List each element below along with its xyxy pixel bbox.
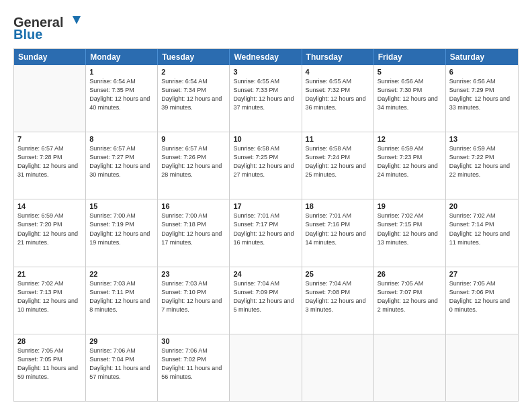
header-cell-thursday: Thursday bbox=[302, 49, 374, 65]
calendar-cell bbox=[230, 334, 302, 401]
calendar-cell: 11Sunrise: 6:58 AM Sunset: 7:24 PM Dayli… bbox=[302, 132, 374, 199]
calendar-cell: 19Sunrise: 7:02 AM Sunset: 7:15 PM Dayli… bbox=[374, 199, 446, 266]
calendar-week-1: 7Sunrise: 6:57 AM Sunset: 7:28 PM Daylig… bbox=[14, 132, 518, 199]
cell-info: Sunrise: 6:56 AM Sunset: 7:30 PM Dayligh… bbox=[378, 77, 442, 112]
calendar-cell: 5Sunrise: 6:56 AM Sunset: 7:30 PM Daylig… bbox=[374, 65, 446, 132]
day-number: 20 bbox=[449, 202, 515, 210]
cell-info: Sunrise: 6:57 AM Sunset: 7:27 PM Dayligh… bbox=[89, 144, 154, 179]
cell-info: Sunrise: 7:00 AM Sunset: 7:18 PM Dayligh… bbox=[161, 212, 226, 246]
calendar-cell bbox=[374, 334, 446, 401]
calendar-cell: 3Sunrise: 6:55 AM Sunset: 7:33 PM Daylig… bbox=[230, 65, 302, 132]
day-number: 14 bbox=[17, 202, 82, 210]
header-cell-monday: Monday bbox=[86, 49, 158, 65]
cell-info: Sunrise: 6:54 AM Sunset: 7:34 PM Dayligh… bbox=[161, 77, 226, 112]
header: General Blue bbox=[13, 12, 519, 42]
calendar-cell bbox=[446, 334, 518, 401]
cell-info: Sunrise: 6:57 AM Sunset: 7:28 PM Dayligh… bbox=[17, 144, 82, 179]
svg-marker-1 bbox=[73, 16, 81, 24]
svg-text:Blue: Blue bbox=[13, 27, 42, 42]
calendar-cell: 18Sunrise: 7:01 AM Sunset: 7:16 PM Dayli… bbox=[302, 199, 374, 266]
header-cell-wednesday: Wednesday bbox=[230, 49, 302, 65]
calendar-header: SundayMondayTuesdayWednesdayThursdayFrid… bbox=[14, 49, 518, 65]
day-number: 13 bbox=[449, 135, 515, 143]
cell-info: Sunrise: 7:06 AM Sunset: 7:02 PM Dayligh… bbox=[161, 347, 226, 381]
calendar: SundayMondayTuesdayWednesdayThursdayFrid… bbox=[13, 48, 519, 402]
calendar-cell: 25Sunrise: 7:04 AM Sunset: 7:08 PM Dayli… bbox=[302, 267, 374, 334]
calendar-cell: 28Sunrise: 7:05 AM Sunset: 7:05 PM Dayli… bbox=[14, 334, 86, 401]
day-number: 16 bbox=[161, 202, 226, 210]
calendar-cell: 30Sunrise: 7:06 AM Sunset: 7:02 PM Dayli… bbox=[158, 334, 230, 401]
day-number: 10 bbox=[233, 135, 298, 143]
day-number: 11 bbox=[306, 135, 370, 143]
cell-info: Sunrise: 7:04 AM Sunset: 7:08 PM Dayligh… bbox=[306, 279, 370, 314]
calendar-week-0: 1Sunrise: 6:54 AM Sunset: 7:35 PM Daylig… bbox=[14, 65, 518, 132]
day-number: 24 bbox=[233, 270, 298, 278]
day-number: 12 bbox=[378, 135, 442, 143]
cell-info: Sunrise: 6:59 AM Sunset: 7:23 PM Dayligh… bbox=[378, 144, 442, 179]
day-number: 22 bbox=[89, 270, 154, 278]
header-cell-saturday: Saturday bbox=[446, 49, 518, 65]
cell-info: Sunrise: 6:57 AM Sunset: 7:26 PM Dayligh… bbox=[161, 144, 226, 179]
day-number: 2 bbox=[161, 68, 226, 76]
calendar-cell: 24Sunrise: 7:04 AM Sunset: 7:09 PM Dayli… bbox=[230, 267, 302, 334]
cell-info: Sunrise: 6:58 AM Sunset: 7:25 PM Dayligh… bbox=[233, 144, 298, 179]
header-cell-tuesday: Tuesday bbox=[158, 49, 230, 65]
day-number: 4 bbox=[306, 68, 370, 76]
cell-info: Sunrise: 6:54 AM Sunset: 7:35 PM Dayligh… bbox=[89, 77, 154, 112]
day-number: 9 bbox=[161, 135, 226, 143]
day-number: 25 bbox=[306, 270, 370, 278]
calendar-cell: 1Sunrise: 6:54 AM Sunset: 7:35 PM Daylig… bbox=[86, 65, 158, 132]
header-cell-sunday: Sunday bbox=[14, 49, 86, 65]
calendar-week-2: 14Sunrise: 6:59 AM Sunset: 7:20 PM Dayli… bbox=[14, 199, 518, 266]
cell-info: Sunrise: 7:04 AM Sunset: 7:09 PM Dayligh… bbox=[233, 279, 298, 314]
day-number: 29 bbox=[89, 337, 154, 345]
calendar-cell: 10Sunrise: 6:58 AM Sunset: 7:25 PM Dayli… bbox=[230, 132, 302, 199]
cell-info: Sunrise: 6:59 AM Sunset: 7:22 PM Dayligh… bbox=[449, 144, 515, 179]
calendar-body: 1Sunrise: 6:54 AM Sunset: 7:35 PM Daylig… bbox=[14, 65, 518, 401]
day-number: 21 bbox=[17, 270, 82, 278]
calendar-cell: 29Sunrise: 7:06 AM Sunset: 7:04 PM Dayli… bbox=[86, 334, 158, 401]
cell-info: Sunrise: 7:05 AM Sunset: 7:05 PM Dayligh… bbox=[17, 347, 82, 381]
day-number: 5 bbox=[378, 68, 442, 76]
calendar-cell: 27Sunrise: 7:05 AM Sunset: 7:06 PM Dayli… bbox=[446, 267, 518, 334]
day-number: 30 bbox=[161, 337, 226, 345]
calendar-cell: 9Sunrise: 6:57 AM Sunset: 7:26 PM Daylig… bbox=[158, 132, 230, 199]
cell-info: Sunrise: 7:05 AM Sunset: 7:07 PM Dayligh… bbox=[378, 279, 442, 314]
cell-info: Sunrise: 6:55 AM Sunset: 7:33 PM Dayligh… bbox=[233, 77, 298, 112]
calendar-cell bbox=[302, 334, 374, 401]
cell-info: Sunrise: 7:03 AM Sunset: 7:11 PM Dayligh… bbox=[89, 279, 154, 314]
cell-info: Sunrise: 7:03 AM Sunset: 7:10 PM Dayligh… bbox=[161, 279, 226, 314]
cell-info: Sunrise: 7:06 AM Sunset: 7:04 PM Dayligh… bbox=[89, 347, 154, 381]
cell-info: Sunrise: 7:02 AM Sunset: 7:13 PM Dayligh… bbox=[17, 279, 82, 314]
day-number: 6 bbox=[449, 68, 515, 76]
cell-info: Sunrise: 7:00 AM Sunset: 7:19 PM Dayligh… bbox=[89, 212, 154, 246]
calendar-cell: 2Sunrise: 6:54 AM Sunset: 7:34 PM Daylig… bbox=[158, 65, 230, 132]
calendar-cell: 23Sunrise: 7:03 AM Sunset: 7:10 PM Dayli… bbox=[158, 267, 230, 334]
day-number: 8 bbox=[89, 135, 154, 143]
calendar-cell: 8Sunrise: 6:57 AM Sunset: 7:27 PM Daylig… bbox=[86, 132, 158, 199]
cell-info: Sunrise: 7:02 AM Sunset: 7:14 PM Dayligh… bbox=[449, 212, 515, 246]
logo-icon: General Blue bbox=[13, 12, 87, 42]
page: General Blue SundayMondayTuesdayWednesda… bbox=[0, 0, 532, 411]
header-cell-friday: Friday bbox=[374, 49, 446, 65]
calendar-cell: 15Sunrise: 7:00 AM Sunset: 7:19 PM Dayli… bbox=[86, 199, 158, 266]
day-number: 3 bbox=[233, 68, 298, 76]
calendar-week-4: 28Sunrise: 7:05 AM Sunset: 7:05 PM Dayli… bbox=[14, 334, 518, 401]
day-number: 19 bbox=[378, 202, 442, 210]
day-number: 28 bbox=[17, 337, 82, 345]
logo: General Blue bbox=[13, 12, 87, 42]
calendar-cell: 4Sunrise: 6:55 AM Sunset: 7:32 PM Daylig… bbox=[302, 65, 374, 132]
calendar-cell: 20Sunrise: 7:02 AM Sunset: 7:14 PM Dayli… bbox=[446, 199, 518, 266]
calendar-cell bbox=[14, 65, 86, 132]
calendar-cell: 12Sunrise: 6:59 AM Sunset: 7:23 PM Dayli… bbox=[374, 132, 446, 199]
calendar-cell: 21Sunrise: 7:02 AM Sunset: 7:13 PM Dayli… bbox=[14, 267, 86, 334]
calendar-cell: 7Sunrise: 6:57 AM Sunset: 7:28 PM Daylig… bbox=[14, 132, 86, 199]
day-number: 1 bbox=[89, 68, 154, 76]
cell-info: Sunrise: 6:56 AM Sunset: 7:29 PM Dayligh… bbox=[449, 77, 515, 112]
calendar-cell: 13Sunrise: 6:59 AM Sunset: 7:22 PM Dayli… bbox=[446, 132, 518, 199]
day-number: 27 bbox=[449, 270, 515, 278]
day-number: 7 bbox=[17, 135, 82, 143]
calendar-cell: 22Sunrise: 7:03 AM Sunset: 7:11 PM Dayli… bbox=[86, 267, 158, 334]
calendar-cell: 6Sunrise: 6:56 AM Sunset: 7:29 PM Daylig… bbox=[446, 65, 518, 132]
day-number: 15 bbox=[89, 202, 154, 210]
